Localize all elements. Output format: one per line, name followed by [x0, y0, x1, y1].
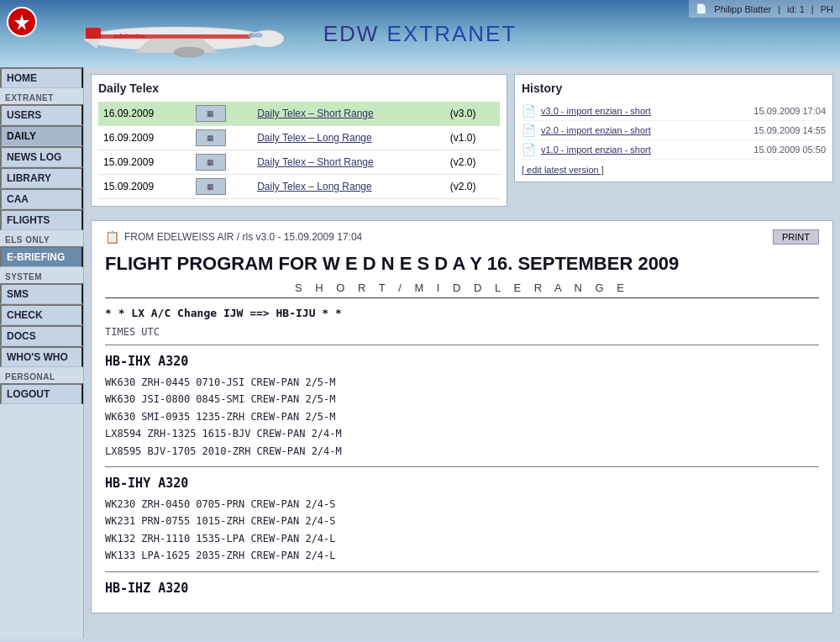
document-header: 📋 FROM EDELWEISS AIR / rls v3.0 - 15.09.… [105, 229, 819, 245]
history-item-label[interactable]: v3.0 - import enzian - short [541, 106, 748, 116]
history-title: History [522, 82, 826, 95]
user-name: Philipp Blatter [714, 4, 771, 14]
svg-point-9 [248, 33, 256, 38]
telex-version: (v2.0) [445, 150, 500, 175]
aircraft-divider [105, 571, 819, 572]
history-list: 📄 v3.0 - import enzian - short 15.09.200… [522, 102, 826, 160]
plane-illustration: edelweiss [50, 7, 302, 61]
sidebar-item-check[interactable]: CHECK [0, 304, 83, 325]
flight-row: WK630 SMI-0935 1235-ZRH CREW-PAN 2/5-M [105, 408, 819, 425]
doc-times: TIMES UTC [105, 326, 819, 338]
sidebar-item-library[interactable]: LIBRARY [0, 167, 83, 188]
user-id: id: 1 [787, 4, 805, 14]
aircraft-header: HB-IHY A320 [105, 476, 819, 491]
telex-row[interactable]: 15.09.2009 ▦ Daily Telex – Long Range (v… [98, 175, 500, 199]
history-doc-icon: 📄 [522, 143, 536, 156]
sidebar-item-ebriefing[interactable]: E-BRIEFING [0, 246, 83, 267]
telex-row[interactable]: 16.09.2009 ▦ Daily Telex – Long Range (v… [98, 126, 500, 150]
telex-date: 15.09.2009 [98, 150, 191, 175]
history-item-date: 15.09.2009 05:50 [753, 145, 826, 155]
sidebar-item-sms[interactable]: SMS [0, 283, 83, 304]
print-button[interactable]: PRINT [773, 229, 819, 245]
telex-panel: Daily Telex 16.09.2009 ▦ Daily Telex – S… [91, 74, 507, 213]
telex-doc-icon: ▦ [191, 126, 252, 150]
aircraft-divider [105, 466, 819, 467]
sidebar: HOMEEXTRANETUSERSDAILYNEWS LOGLIBRARYCAA… [0, 67, 84, 639]
sidebar-section-els-label: ELS ONLY [0, 230, 83, 246]
flight-row: WK133 LPA-1625 2035-ZRH CREW-PAN 2/4-L [105, 547, 819, 564]
history-item-label[interactable]: v2.0 - import enzian - short [541, 125, 748, 135]
svg-marker-10 [86, 28, 99, 39]
flight-row: WK630 ZRH-0445 0710-JSI CREW-PAN 2/5-M [105, 374, 819, 391]
aircraft-sections: HB-IHX A320WK630 ZRH-0445 0710-JSI CREW-… [105, 354, 819, 596]
flight-row: LX8595 BJV-1705 2010-ZRH CREW-PAN 2/4-M [105, 443, 819, 460]
doc-icon: 📋 [105, 230, 119, 244]
svg-point-7 [174, 47, 204, 57]
app-title-text: EDW [323, 21, 380, 46]
doc-divider-1 [105, 297, 819, 298]
document-viewer: 📋 FROM EDELWEISS AIR / rls v3.0 - 15.09.… [91, 220, 833, 613]
telex-title: Daily Telex [98, 82, 500, 95]
aircraft-header: HB-IHZ A320 [105, 581, 819, 596]
doc-divider-2 [105, 345, 819, 345]
telex-label: Daily Telex – Long Range [252, 175, 445, 199]
document-icon: 📄 [696, 3, 707, 14]
history-item-label[interactable]: v1.0 - import enzian - short [541, 145, 748, 155]
history-doc-icon: 📄 [522, 104, 536, 118]
telex-date: 16.09.2009 [98, 126, 191, 150]
telex-date: 16.09.2009 [98, 102, 191, 126]
telex-row[interactable]: 16.09.2009 ▦ Daily Telex – Short Range (… [98, 102, 500, 126]
svg-marker-0 [14, 14, 29, 30]
telex-table: 16.09.2009 ▦ Daily Telex – Short Range (… [98, 102, 500, 199]
aircraft-section: HB-IHY A320WK230 ZRH-0450 0705-PRN CREW-… [105, 476, 819, 572]
sidebar-item-whoswho[interactable]: WHO'S WHO [0, 346, 83, 367]
sidebar-item-caa[interactable]: CAA [0, 188, 83, 209]
aircraft-section: HB-IHZ A320 [105, 581, 819, 596]
sidebar-nav: HOMEEXTRANETUSERSDAILYNEWS LOGLIBRARYCAA… [0, 67, 83, 404]
flight-row: LX8594 ZRH-1325 1615-BJV CREW-PAN 2/4-M [105, 425, 819, 442]
flight-row: WK630 JSI-0800 0845-SMI CREW-PAN 2/5-M [105, 391, 819, 408]
svg-point-3 [250, 30, 284, 47]
edit-latest-link[interactable]: [ edit latest version ] [522, 160, 826, 175]
telex-container: Daily Telex 16.09.2009 ▦ Daily Telex – S… [91, 74, 507, 207]
svg-text:edelweiss: edelweiss [113, 32, 145, 39]
sidebar-item-home[interactable]: HOME [0, 67, 83, 88]
svg-marker-5 [84, 39, 101, 49]
page-layout: HOMEEXTRANETUSERSDAILYNEWS LOGLIBRARYCAA… [0, 67, 840, 639]
doc-subtitle: S H O R T / M I D D L E R A N G E [105, 282, 819, 294]
telex-version: (v2.0) [445, 175, 500, 199]
sidebar-item-docs[interactable]: DOCS [0, 325, 83, 346]
history-item: 📄 v1.0 - import enzian - short 15.09.200… [522, 140, 826, 160]
doc-from-line: FROM EDELWEISS AIR / rls v3.0 - 15.09.20… [124, 231, 362, 243]
doc-title: FLIGHT PROGRAM FOR W E D N E S D A Y 16.… [105, 253, 819, 275]
telex-doc-icon: ▦ [191, 150, 252, 175]
history-item: 📄 v2.0 - import enzian - short 15.09.200… [522, 121, 826, 140]
app-title: EDW EXTRANET [323, 21, 517, 47]
history-doc-icon: 📄 [522, 124, 536, 137]
telex-doc-icon: ▦ [191, 102, 252, 126]
doc-notice: * * LX A/C Change IJW ==> HB-IJU * * [105, 307, 819, 319]
flight-row: WK230 ZRH-0450 0705-PRN CREW-PAN 2/4-S [105, 496, 819, 513]
telex-table-body: 16.09.2009 ▦ Daily Telex – Short Range (… [98, 102, 500, 199]
app-subtitle: EXTRANET [387, 21, 517, 46]
sidebar-section-system-label: SYSTEM [0, 267, 83, 283]
sidebar-item-flights[interactable]: FLIGHTS [0, 209, 83, 230]
sidebar-item-users[interactable]: USERS [0, 104, 83, 125]
sidebar-item-newslog[interactable]: NEWS LOG [0, 146, 83, 167]
telex-label: Daily Telex – Long Range [252, 126, 445, 150]
sidebar-item-logout[interactable]: LOGOUT [0, 383, 83, 404]
telex-row[interactable]: 15.09.2009 ▦ Daily Telex – Short Range (… [98, 150, 500, 175]
ph-label: PH [821, 4, 833, 14]
telex-label: Daily Telex – Short Range [252, 102, 445, 126]
history-container: History 📄 v3.0 - import enzian - short 1… [514, 74, 833, 182]
aircraft-header: HB-IHX A320 [105, 354, 819, 369]
telex-version: (v1.0) [445, 126, 500, 150]
aircraft-section: HB-IHX A320WK630 ZRH-0445 0710-JSI CREW-… [105, 354, 819, 467]
telex-date: 15.09.2009 [98, 175, 191, 199]
sidebar-item-daily[interactable]: DAILY [0, 125, 83, 146]
flight-row: WK132 ZRH-1110 1535-LPA CREW-PAN 2/4-L [105, 530, 819, 547]
top-bar: 📄 Philipp Blatter | id: 1 | PH [689, 0, 840, 18]
flight-row: WK231 PRN-0755 1015-ZRH CREW-PAN 2/4-S [105, 513, 819, 529]
main-content: Daily Telex 16.09.2009 ▦ Daily Telex – S… [84, 67, 840, 639]
sidebar-section-personal-label: PERSONAL [0, 367, 83, 383]
